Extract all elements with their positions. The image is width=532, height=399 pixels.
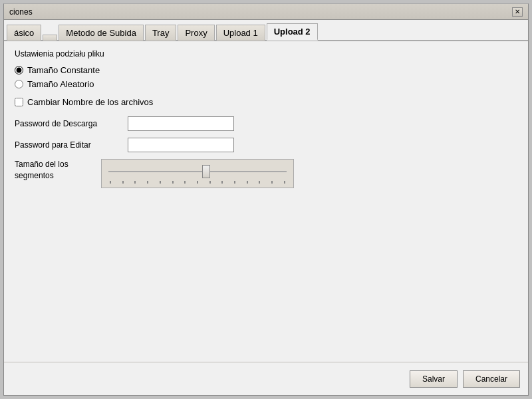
tab-metodo[interactable]: Metodo de Subida [59,25,144,41]
tick-7 [184,181,186,184]
slider-track-wrapper [108,165,287,178]
main-window: ciones ✕ ásico Metodo de Subida Tray Pro… [3,3,529,396]
tick-14 [271,181,273,184]
slider-container [101,159,294,188]
tab-basico[interactable]: ásico [7,25,41,41]
title-text: ciones [9,7,33,17]
tick-8 [197,181,198,184]
slider-row: Tamaño del los segmentos [15,159,517,188]
size-slider[interactable] [108,171,287,172]
radio-constante[interactable]: Tamaño Constante [15,65,517,75]
slider-label: Tamaño del los segmentos [15,159,101,182]
tick-9 [209,181,211,184]
slider-ticks [108,181,287,184]
tab-proxy[interactable]: Proxy [178,25,214,41]
tick-1 [110,181,111,184]
radio-aleatorio[interactable]: Tamaño Aleatorio [15,79,517,89]
cancelar-button[interactable]: Cancelar [463,370,520,388]
section-title: Ustawienia podziału pliku [15,49,517,59]
content-area: Ustawienia podziału pliku Tamaño Constan… [4,41,528,362]
tick-2 [122,181,124,184]
checkbox-cambiar-label: Cambiar Nombre de los archivos [27,97,153,107]
bottom-bar: Salvar Cancelar [4,362,528,395]
tick-10 [221,181,223,184]
salvar-button[interactable]: Salvar [410,370,458,388]
password-descarga-input[interactable] [128,116,234,131]
password-editar-label: Password para Editar [15,140,128,150]
radio-aleatorio-input[interactable] [15,80,23,88]
tab-upload2[interactable]: Upload 2 [267,23,318,41]
title-bar: ciones ✕ [4,4,528,20]
tick-6 [172,181,174,184]
tick-13 [259,181,260,184]
tab-upload1[interactable]: Upload 1 [216,25,265,41]
tick-15 [284,181,285,184]
checkbox-cambiar-input[interactable] [15,98,23,106]
password-descarga-row: Password de Descarga [15,116,517,131]
tick-5 [160,181,161,184]
tick-12 [247,181,248,184]
tick-4 [147,181,148,184]
tick-3 [134,181,136,184]
checkbox-cambiar-nombre[interactable]: Cambiar Nombre de los archivos [15,97,517,107]
password-editar-row: Password para Editar [15,138,517,152]
tab-tray[interactable]: Tray [145,25,177,41]
tab-blank[interactable] [43,35,57,41]
tick-11 [234,181,235,184]
radio-aleatorio-label: Tamaño Aleatorio [27,79,94,89]
password-descarga-label: Password de Descarga [15,119,128,128]
radio-constante-input[interactable] [15,66,23,74]
radio-group-size: Tamaño Constante Tamaño Aleatorio [15,65,517,89]
tabs-bar: ásico Metodo de Subida Tray Proxy Upload… [4,20,528,41]
radio-constante-label: Tamaño Constante [27,65,100,75]
password-editar-input[interactable] [128,138,234,152]
close-button[interactable]: ✕ [512,7,523,17]
